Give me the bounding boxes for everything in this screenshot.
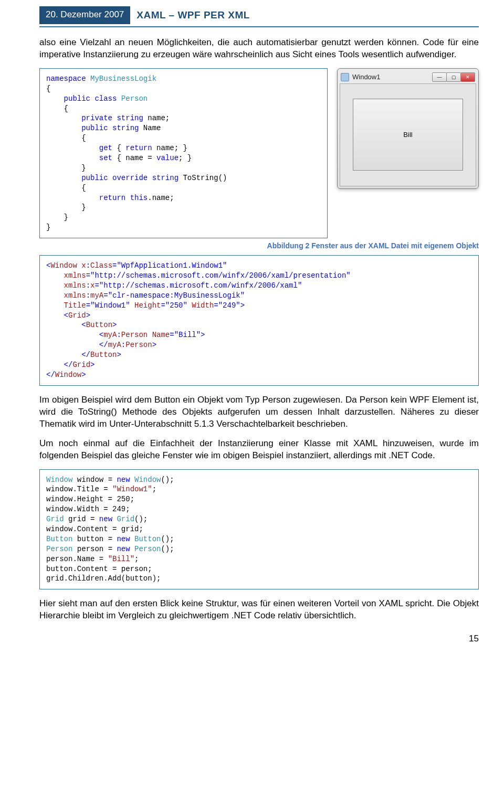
t: : xyxy=(86,281,90,290)
t: xmlns xyxy=(46,291,86,300)
t: Grid xyxy=(112,515,134,523)
t: < xyxy=(46,321,86,329)
t: ToString() xyxy=(178,174,227,182)
kw: get xyxy=(46,144,112,152)
t: > xyxy=(112,321,117,329)
t: person = xyxy=(72,545,117,553)
t: window.Height = 250; xyxy=(46,495,134,503)
t: ="249"> xyxy=(214,301,245,310)
t: myA xyxy=(103,331,117,339)
t: : xyxy=(86,291,90,300)
kw: value xyxy=(156,154,178,162)
t: </ xyxy=(46,341,108,349)
t: xmlns xyxy=(46,271,86,280)
t: : xyxy=(117,331,121,339)
minimize-button[interactable]: — xyxy=(432,72,447,82)
t: grid = xyxy=(64,515,99,523)
page-number: 15 xyxy=(39,634,479,644)
t: { name = xyxy=(112,154,156,162)
window-buttons: — ▢ ✕ xyxy=(433,72,475,82)
t: > xyxy=(86,311,90,320)
code-and-figure-row: namespace MyBusinessLogik { public class… xyxy=(39,68,479,238)
t: Grid xyxy=(68,311,86,320)
kw: string xyxy=(112,114,143,122)
t: (); xyxy=(161,535,174,543)
t: window.Content = grid; xyxy=(46,525,143,533)
kw: string xyxy=(148,174,178,182)
t: ; xyxy=(134,555,139,563)
window-title: Window1 xyxy=(352,73,433,81)
t: Button xyxy=(130,535,161,543)
type: Person xyxy=(117,94,148,103)
t: Grid xyxy=(46,515,64,523)
t: : xyxy=(86,261,90,270)
maximize-button[interactable]: ▢ xyxy=(446,72,461,82)
kw: return xyxy=(125,144,152,152)
paragraph-4: Hier sieht man auf den ersten Blick kein… xyxy=(39,598,479,622)
t: Person xyxy=(130,545,161,553)
t: } xyxy=(46,203,86,212)
t: new xyxy=(117,476,130,484)
t: name; xyxy=(143,114,170,122)
t: new xyxy=(117,545,130,553)
t: new xyxy=(99,515,112,523)
t: } xyxy=(46,164,86,172)
window-mockup: Window1 — ▢ ✕ Bill xyxy=(337,68,479,189)
t: ="clr-namespace:MyBusinessLogik" xyxy=(103,291,245,300)
code-block-2: <Window x:Class="WpfApplication1.Window1… xyxy=(39,255,479,386)
header-underline xyxy=(39,26,479,27)
t: Person xyxy=(46,545,72,553)
code-block-1: namespace MyBusinessLogik { public class… xyxy=(39,68,328,238)
t: Person xyxy=(121,331,148,339)
t: Name xyxy=(148,331,170,339)
t: Button xyxy=(86,321,112,329)
t: name; } xyxy=(152,144,187,152)
paragraph-1: also eine Vielzahl an neuen Möglichkeite… xyxy=(39,37,479,61)
kw: public xyxy=(46,174,108,182)
t: </ xyxy=(46,371,55,379)
t: Class xyxy=(90,261,112,270)
t: ="Bill"> xyxy=(170,331,205,339)
t: Button xyxy=(46,535,72,543)
page-header: 20. Dezember 2007 XAML – WPF PER XML xyxy=(39,6,479,24)
t: window = xyxy=(72,476,117,484)
close-button[interactable]: ✕ xyxy=(460,72,475,82)
t: x xyxy=(77,261,86,270)
t: (); xyxy=(161,545,174,553)
t: ="250" xyxy=(161,301,187,310)
t: myA xyxy=(90,291,103,300)
paragraph-3: Um noch einmal auf die Einfachheit der I… xyxy=(39,438,479,462)
t: ; xyxy=(152,485,156,493)
t: > xyxy=(152,341,156,349)
t: (); xyxy=(161,476,174,484)
t: Grid xyxy=(72,361,90,369)
kw: public xyxy=(46,94,90,103)
t: Person xyxy=(125,341,152,349)
t: ="Window1" xyxy=(86,301,130,310)
window-titlebar: Window1 — ▢ ✕ xyxy=(340,71,476,83)
t: Height xyxy=(130,301,161,310)
kw: set xyxy=(46,154,112,162)
t: window.Width = 249; xyxy=(46,505,130,513)
t: Button xyxy=(90,351,117,359)
t: > xyxy=(81,371,86,379)
bill-button[interactable]: Bill xyxy=(353,99,463,171)
t: : xyxy=(121,341,125,349)
t: Title xyxy=(46,301,86,310)
t: </ xyxy=(46,361,72,369)
t: { xyxy=(112,144,125,152)
kw: string xyxy=(108,124,139,132)
kw: public xyxy=(46,124,108,132)
kw: this xyxy=(125,194,148,202)
t: Window xyxy=(46,476,72,484)
t: > xyxy=(90,361,94,369)
t: } xyxy=(46,223,50,231)
t: } xyxy=(46,213,68,222)
window-client-area: Bill xyxy=(340,83,476,186)
window-icon xyxy=(341,73,349,81)
t: Width xyxy=(187,301,214,310)
t: < xyxy=(46,331,103,339)
t: < xyxy=(46,311,68,320)
kw: return xyxy=(46,194,125,202)
t: "Bill" xyxy=(108,555,134,563)
